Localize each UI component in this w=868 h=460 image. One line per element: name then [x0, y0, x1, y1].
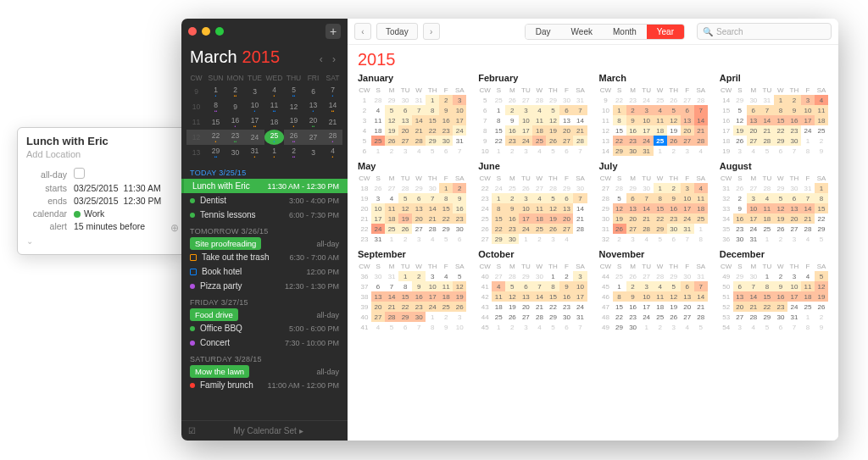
- year-day[interactable]: 18: [801, 291, 815, 302]
- year-day[interactable]: 25: [492, 312, 505, 322]
- year-day[interactable]: 10: [640, 291, 654, 302]
- year-day[interactable]: 28: [613, 183, 626, 193]
- year-day[interactable]: 7: [573, 322, 587, 332]
- year-day[interactable]: 30: [559, 312, 573, 322]
- year-day[interactable]: 15: [426, 115, 439, 125]
- year-day[interactable]: 22: [654, 213, 667, 224]
- year-day[interactable]: 8: [426, 105, 439, 115]
- year-day[interactable]: 5: [385, 105, 398, 115]
- year-day[interactable]: 1: [801, 136, 815, 146]
- year-day[interactable]: 7: [787, 322, 801, 332]
- year-day[interactable]: 9: [626, 291, 640, 302]
- year-day[interactable]: 16: [733, 213, 747, 224]
- year-day[interactable]: 26: [613, 224, 626, 234]
- year-day[interactable]: 28: [412, 136, 426, 146]
- year-day[interactable]: 18: [385, 213, 398, 224]
- prev-button[interactable]: ‹: [354, 23, 371, 40]
- year-day[interactable]: 15: [439, 203, 453, 213]
- year-day[interactable]: 13: [747, 115, 760, 125]
- agenda-event[interactable]: Concert7:30 - 10:00 PM: [181, 335, 348, 350]
- year-day[interactable]: 4: [801, 234, 815, 244]
- year-day[interactable]: 3: [733, 322, 747, 332]
- year-day[interactable]: 11: [439, 281, 453, 291]
- year-day[interactable]: 9: [439, 105, 453, 115]
- alert-picker[interactable]: 15 minutes before: [74, 221, 177, 231]
- year-day[interactable]: 21: [694, 302, 708, 312]
- year-day[interactable]: 27: [681, 312, 694, 322]
- year-day[interactable]: 6: [774, 322, 787, 332]
- year-day[interactable]: 17: [371, 213, 385, 224]
- mini-day[interactable]: 17••: [245, 114, 264, 130]
- year-day[interactable]: 31: [453, 136, 466, 146]
- month-august[interactable]: AugustCWSMTUWTHFSA3126272829303113223456…: [720, 161, 828, 244]
- year-day[interactable]: 28: [694, 136, 708, 146]
- year-day[interactable]: 11: [371, 115, 385, 125]
- year-day[interactable]: 29: [546, 95, 559, 105]
- year-day[interactable]: 6: [747, 105, 760, 115]
- year-day[interactable]: 6: [733, 281, 747, 291]
- mini-day[interactable]: 12: [284, 99, 303, 114]
- year-day[interactable]: 5: [654, 234, 667, 244]
- year-day[interactable]: 17: [453, 115, 466, 125]
- year-day[interactable]: 6: [559, 105, 573, 115]
- year-day[interactable]: 17: [573, 291, 587, 302]
- year-day[interactable]: 26: [815, 302, 828, 312]
- year-day[interactable]: 4: [385, 193, 398, 203]
- year-day[interactable]: 28: [760, 183, 774, 193]
- mini-day[interactable]: 2••: [284, 145, 303, 160]
- year-day[interactable]: 27: [519, 95, 532, 105]
- year-day[interactable]: 27: [640, 271, 654, 281]
- year-day[interactable]: 19: [613, 213, 626, 224]
- year-day[interactable]: 25: [492, 95, 505, 105]
- year-day[interactable]: 17: [426, 291, 439, 302]
- mini-day[interactable]: 9: [225, 99, 245, 114]
- sidebar-month-nav[interactable]: ‹ ›: [320, 53, 339, 65]
- year-day[interactable]: 31: [573, 95, 587, 105]
- year-day[interactable]: 9: [505, 203, 519, 213]
- year-day[interactable]: 8: [439, 193, 453, 203]
- year-day[interactable]: 17: [747, 213, 760, 224]
- year-day[interactable]: 7: [385, 281, 398, 291]
- year-day[interactable]: 16: [505, 125, 519, 136]
- view-week[interactable]: Week: [561, 25, 603, 39]
- year-day[interactable]: 31: [681, 224, 694, 234]
- mini-day[interactable]: 31•: [245, 145, 264, 160]
- year-day[interactable]: 4: [559, 234, 573, 244]
- year-day[interactable]: 20: [681, 302, 694, 312]
- year-day[interactable]: 23: [505, 224, 519, 234]
- mini-day[interactable]: 8••: [206, 99, 225, 114]
- year-day[interactable]: 6: [453, 234, 466, 244]
- year-day[interactable]: 27: [559, 136, 573, 146]
- year-day[interactable]: 4: [694, 183, 708, 193]
- year-day[interactable]: 7: [412, 322, 426, 332]
- year-day[interactable]: 9: [453, 193, 466, 203]
- year-day[interactable]: 8: [492, 203, 505, 213]
- year-day[interactable]: 19: [453, 291, 466, 302]
- year-day[interactable]: 1: [519, 234, 532, 244]
- year-day[interactable]: 11: [532, 115, 546, 125]
- year-day[interactable]: 2: [453, 183, 466, 193]
- year-day[interactable]: 1: [492, 146, 505, 156]
- year-day[interactable]: 17: [640, 125, 654, 136]
- year-day[interactable]: 29: [760, 312, 774, 322]
- mini-day[interactable]: 27: [303, 130, 323, 145]
- year-day[interactable]: 9: [733, 203, 747, 213]
- year-day[interactable]: 17: [519, 213, 532, 224]
- year-day[interactable]: 10: [573, 281, 587, 291]
- year-day[interactable]: 18: [654, 302, 667, 312]
- year-day[interactable]: 31: [787, 312, 801, 322]
- year-day[interactable]: 13: [519, 291, 532, 302]
- year-day[interactable]: 18: [439, 291, 453, 302]
- mini-day[interactable]: 26••: [284, 130, 303, 145]
- year-day[interactable]: 7: [573, 105, 587, 115]
- year-day[interactable]: 16: [453, 203, 466, 213]
- year-day[interactable]: 3: [681, 183, 694, 193]
- year-day[interactable]: 11: [760, 203, 774, 213]
- year-day[interactable]: 6: [559, 193, 573, 203]
- year-day[interactable]: 8: [801, 322, 815, 332]
- year-day[interactable]: 27: [492, 271, 505, 281]
- year-day[interactable]: 21: [532, 302, 546, 312]
- location-field[interactable]: Add Location: [26, 149, 177, 159]
- year-day[interactable]: 24: [426, 302, 439, 312]
- year-day[interactable]: 25: [613, 271, 626, 281]
